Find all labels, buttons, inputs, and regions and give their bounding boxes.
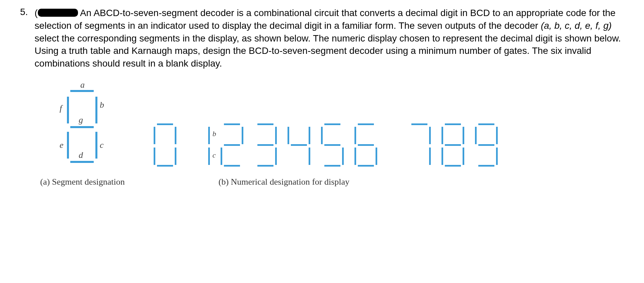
digit-8-segment-b (463, 127, 464, 144)
digit-1-segment-c (208, 148, 210, 165)
digit-8-segment-e (441, 148, 443, 165)
digit-3-segment-b (275, 127, 277, 144)
digit-6-segment-f (354, 127, 356, 144)
segment-a (70, 90, 94, 92)
digit-2-segment-e (221, 148, 222, 165)
segment-e (67, 132, 69, 159)
digit-2-segment-b (242, 127, 243, 144)
segment-label-a: a (80, 80, 85, 90)
digit-0-segment-b (175, 127, 176, 144)
text-part2: select the corresponding segments in the… (34, 33, 621, 69)
paren-open: ( (34, 8, 37, 18)
digit-5-segment-a (324, 123, 340, 125)
digit-6-segment-a (358, 123, 374, 125)
problem-text: ( An ABCD-to-seven-segment decoder is a … (34, 7, 624, 70)
segment-d (70, 161, 94, 163)
digit-6 (352, 123, 379, 170)
segment-label-e: e (60, 140, 64, 150)
digit-7-segment-b (429, 127, 431, 144)
digit-1-label-c: c (213, 151, 216, 160)
segment-b (95, 97, 97, 123)
digit-4-segment-c (309, 148, 310, 165)
digit-8-segment-c (463, 148, 464, 165)
digit-1-label-b: b (213, 129, 216, 138)
segment-label-c: c (100, 140, 104, 150)
digit-0 (152, 123, 178, 170)
digit-2 (219, 123, 245, 170)
digit-7 (406, 123, 433, 170)
digit-9-segment-f (475, 127, 477, 144)
digit-5-segment-d (324, 165, 340, 167)
outputs-italic: (a, b, c, d, e, f, g) (541, 20, 612, 31)
digit-0-segment-e (154, 148, 155, 165)
digit-2-segment-d (224, 165, 240, 167)
digit-4-segment-b (309, 127, 310, 144)
segment-label-b: b (100, 100, 104, 110)
text-part1: An ABCD-to-seven-segment decoder is a co… (34, 8, 616, 31)
digit-0-segment-a (157, 123, 173, 125)
digit-9-segment-c (496, 148, 498, 165)
problem-number: 5. (20, 7, 28, 17)
digit-4-segment-g (291, 144, 307, 146)
digit-1: bc (185, 123, 212, 170)
digit-9 (473, 123, 500, 170)
digit-9-segment-g (478, 144, 494, 146)
digit-6-segment-d (358, 165, 374, 167)
digit-4-segment-f (288, 127, 289, 144)
segment-g (70, 126, 94, 128)
digit-9-segment-d (478, 165, 494, 167)
digit-0-segment-c (175, 148, 176, 165)
digit-8-segment-a (445, 123, 461, 125)
segment-label-g: g (79, 115, 83, 125)
figure-b-caption: (b) Numerical designation for display (152, 177, 624, 187)
figure-b: bc (b) Numerical designation for display (152, 123, 624, 187)
digit-6-segment-g (358, 144, 374, 146)
digit-2-segment-g (224, 144, 240, 146)
digit-5 (319, 123, 346, 170)
segment-diagram: a f b g e c d (50, 83, 117, 170)
digit-2-segment-a (224, 123, 240, 125)
digit-3-segment-c (275, 148, 277, 165)
figure-area: a f b g e c d (a) Segment designation bc… (40, 83, 624, 187)
digit-9-segment-b (496, 127, 498, 144)
segment-label-d: d (79, 150, 83, 160)
digit-0-segment-d (157, 165, 173, 167)
digits-row: bc (152, 123, 624, 170)
digit-3-segment-d (257, 165, 273, 167)
digit-9-segment-a (478, 123, 494, 125)
segment-c (95, 132, 97, 159)
digit-3 (252, 123, 279, 170)
figure-a-caption: (a) Segment designation (40, 177, 125, 187)
digit-7-segment-c (429, 148, 431, 165)
digit-8-segment-g (445, 144, 461, 146)
problem-container: 5. ( An ABCD-to-seven-segment decoder is… (20, 7, 624, 70)
figure-a: a f b g e c d (a) Segment designation (40, 83, 125, 187)
digit-5-segment-g (324, 144, 340, 146)
digit-1-segment-b (208, 127, 210, 144)
digit-3-segment-a (257, 123, 273, 125)
digit-8 (439, 123, 466, 170)
digit-4 (286, 123, 312, 170)
digit-7-segment-a (411, 123, 427, 125)
segment-f (67, 97, 69, 123)
digit-0-segment-f (154, 127, 155, 144)
digit-6-segment-c (376, 148, 377, 165)
digit-8-segment-f (441, 127, 443, 144)
digit-3-segment-g (257, 144, 273, 146)
redacted-marks-icon (38, 9, 78, 17)
digit-5-segment-c (342, 148, 344, 165)
digit-8-segment-d (445, 165, 461, 167)
digit-5-segment-f (321, 127, 323, 144)
segment-label-f: f (60, 103, 62, 113)
digit-6-segment-e (354, 148, 356, 165)
